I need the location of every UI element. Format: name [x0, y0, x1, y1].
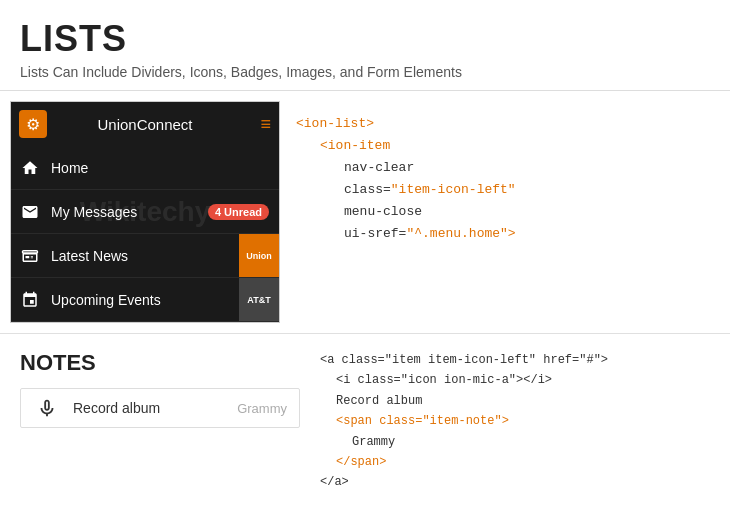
home-label: Home	[51, 160, 269, 176]
code-plain: nav-clear	[344, 160, 414, 175]
notes-code-line-7: </a>	[320, 472, 710, 492]
code-line-1: <ion-list>	[296, 113, 714, 135]
code-plain: menu-close	[344, 204, 422, 219]
notes-item-label: Record album	[73, 400, 237, 416]
code-line-3: nav-clear	[296, 157, 714, 179]
code-line-2: <ion-item	[296, 135, 714, 157]
notes-title: NOTES	[20, 350, 300, 376]
page-title: LISTS	[20, 18, 710, 60]
events-icon	[21, 291, 51, 309]
code-line-6: ui-sref="^.menu.home">	[296, 223, 714, 245]
notes-code-line-5: Grammy	[320, 432, 710, 452]
news-side: Union	[239, 234, 279, 277]
app-topbar: ⚙ UnionConnect ≡	[11, 102, 279, 146]
notes-code-line-4: <span class="item-note">	[320, 411, 710, 431]
messages-badge: 4 Unread	[208, 204, 269, 220]
notes-code-line-3: Record album	[320, 391, 710, 411]
news-side-label: Union	[239, 234, 279, 277]
code-line-4: class="item-icon-left"	[296, 179, 714, 201]
notes-left: NOTES Record album Grammy	[20, 350, 300, 428]
notes-code: <a class="item item-icon-left" href="#">…	[320, 350, 710, 493]
mic-icon	[33, 397, 61, 419]
page-subtitle: Lists Can Include Dividers, Icons, Badge…	[20, 64, 710, 80]
home-icon	[21, 159, 51, 177]
page-header: LISTS Lists Can Include Dividers, Icons,…	[0, 0, 730, 91]
menu-icon[interactable]: ≡	[243, 114, 271, 135]
app-mockup: ⚙ UnionConnect ≡ Home My Messages 4 Unre…	[10, 101, 280, 323]
code-tag: <ion-list>	[296, 116, 374, 131]
code-attr: class="item-icon-left"	[344, 182, 516, 197]
messages-icon	[21, 203, 51, 221]
notes-section: NOTES Record album Grammy <a class="item…	[0, 334, 730, 503]
notes-code-line-1: <a class="item item-icon-left" href="#">	[320, 350, 710, 370]
app-title: UnionConnect	[47, 116, 243, 133]
events-label: Upcoming Events	[51, 292, 269, 308]
list-item-events[interactable]: Upcoming Events AT&T	[11, 278, 279, 322]
events-side: AT&T	[239, 278, 279, 321]
events-side-label: AT&T	[239, 278, 279, 321]
news-icon	[21, 247, 51, 265]
demo-section: ⚙ UnionConnect ≡ Home My Messages 4 Unre…	[0, 91, 730, 334]
code-panel: <ion-list> <ion-item nav-clear class="it…	[280, 101, 730, 323]
notes-code-line-6: </span>	[320, 452, 710, 472]
news-label: Latest News	[51, 248, 269, 264]
list-item-messages[interactable]: My Messages 4 Unread	[11, 190, 279, 234]
code-tag: <ion-item	[320, 138, 390, 153]
code-line-5: menu-close	[296, 201, 714, 223]
notes-list-item[interactable]: Record album Grammy	[20, 388, 300, 428]
list-item-news[interactable]: Latest News Union	[11, 234, 279, 278]
notes-code-line-2: <i class="icon ion-mic-a"></i>	[320, 370, 710, 390]
code-attr: ui-sref="^.menu.home">	[344, 226, 516, 241]
gear-icon[interactable]: ⚙	[19, 110, 47, 138]
list-item-home[interactable]: Home	[11, 146, 279, 190]
notes-item-note: Grammy	[237, 401, 287, 416]
messages-label: My Messages	[51, 204, 208, 220]
